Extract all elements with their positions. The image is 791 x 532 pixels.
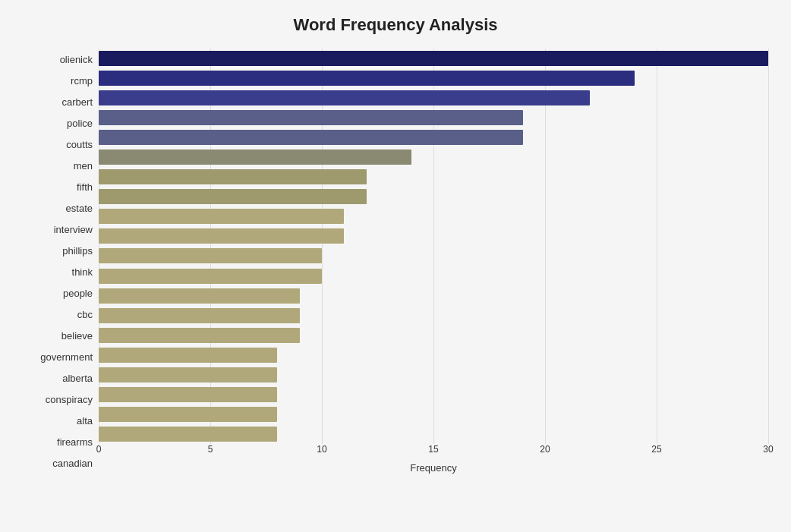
bar-row: [99, 226, 768, 246]
chart-title: Word Frequency Analysis: [23, 15, 768, 35]
bar-row: [99, 286, 768, 306]
x-tick: 30: [763, 444, 773, 455]
bar: [99, 110, 523, 125]
bar: [99, 71, 635, 86]
y-label: alberta: [62, 368, 93, 389]
y-label: firearms: [57, 432, 93, 453]
bar: [99, 228, 344, 244]
bar: [99, 367, 277, 382]
y-label: police: [67, 112, 93, 134]
y-label: cbc: [77, 304, 93, 326]
y-label: coutts: [66, 134, 93, 155]
bar: [99, 348, 277, 363]
bar: [99, 248, 322, 263]
x-tick: 0: [96, 444, 102, 455]
chart-area: olienickrcmpcarbertpolicecouttsmenfifthe…: [23, 49, 768, 474]
x-tick: 20: [540, 444, 550, 455]
x-tick: 10: [317, 444, 326, 455]
bar-row: [99, 405, 768, 424]
y-label: government: [40, 347, 93, 368]
bar: [99, 51, 768, 66]
y-label: phillips: [62, 240, 93, 261]
y-axis: olienickrcmpcarbertpolicecouttsmenfifthe…: [23, 49, 99, 474]
bar: [99, 328, 300, 343]
x-tick: 25: [651, 444, 661, 455]
x-axis: 051015202530 Frequency: [99, 444, 768, 474]
bar-row: [99, 424, 768, 444]
bar-row: [99, 206, 768, 226]
bar-row: [99, 246, 768, 266]
bar-row: [99, 345, 768, 365]
chart-container: Word Frequency Analysis olienickrcmpcarb…: [0, 0, 791, 532]
bars-inner: [99, 49, 768, 444]
y-label: people: [63, 283, 93, 304]
bar: [99, 150, 411, 165]
bar-row: [99, 88, 768, 108]
bar: [99, 427, 277, 442]
bar-row: [99, 147, 768, 167]
grid-line: [768, 49, 769, 444]
y-label: rcmp: [71, 70, 93, 91]
y-label: canadian: [52, 453, 93, 474]
bar: [99, 209, 344, 224]
bar-row: [99, 306, 768, 326]
bar: [99, 90, 590, 105]
bar: [99, 308, 300, 323]
y-label: alta: [77, 411, 93, 432]
y-label: conspiracy: [46, 389, 93, 411]
x-axis-label: Frequency: [99, 462, 768, 474]
bar: [99, 288, 300, 304]
bar-row: [99, 187, 768, 206]
y-label: men: [74, 155, 93, 176]
y-label: olienick: [60, 49, 93, 70]
bar-row: [99, 385, 768, 405]
y-label: estate: [66, 197, 93, 219]
bar-row: [99, 108, 768, 127]
x-tick: 5: [208, 444, 213, 455]
bars-and-xaxis: 051015202530 Frequency: [99, 49, 768, 474]
y-label: carbert: [62, 91, 93, 112]
bar: [99, 269, 322, 284]
bar-row: [99, 365, 768, 385]
bar-row: [99, 167, 768, 187]
bar-row: [99, 68, 768, 88]
bar: [99, 169, 367, 184]
bar-row: [99, 49, 768, 68]
y-label: believe: [61, 326, 93, 347]
bar-row: [99, 127, 768, 147]
bar: [99, 130, 523, 145]
x-ticks: 051015202530: [99, 444, 768, 459]
bar: [99, 189, 367, 204]
bar: [99, 407, 277, 422]
y-label: think: [72, 261, 93, 282]
x-tick: 15: [428, 444, 438, 455]
bars-area: [99, 49, 768, 444]
bar: [99, 387, 277, 402]
y-label: fifth: [77, 176, 93, 197]
bar-row: [99, 266, 768, 286]
bar-row: [99, 326, 768, 345]
y-label: interview: [54, 219, 93, 240]
